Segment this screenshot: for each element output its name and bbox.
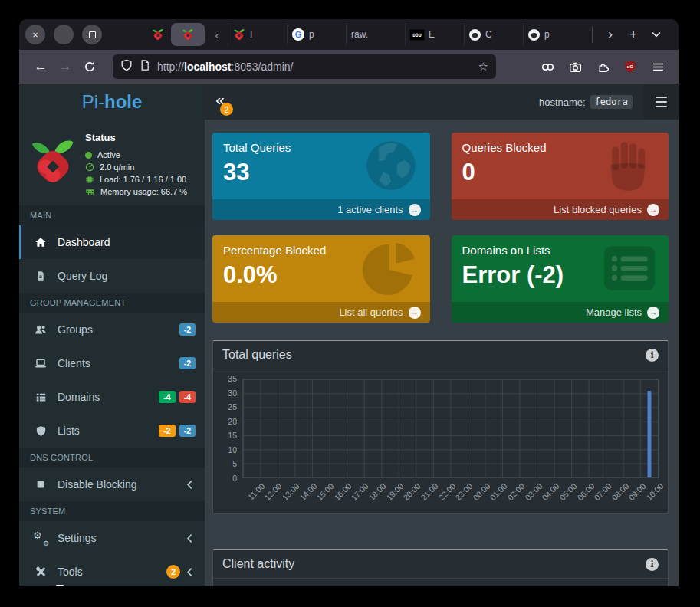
sidebar-item-lists[interactable]: Lists -2 -2 [19, 414, 205, 448]
card-footer-link[interactable]: 1 active clients → [212, 199, 430, 220]
info-icon[interactable]: i [646, 558, 659, 571]
x-tick-label: 15:00 [315, 481, 336, 502]
mask-icon[interactable] [536, 55, 559, 78]
card-value: 0 [462, 159, 659, 186]
close-button[interactable]: × [25, 25, 45, 44]
scroll-tabs-right-icon[interactable]: › [599, 24, 622, 45]
url-bar[interactable]: http://localhost:8053/admin/ ☆ [113, 54, 496, 79]
menu-hamburger-icon[interactable] [646, 55, 669, 78]
card-title: Total Queries [223, 141, 419, 154]
status-block: Status Active 2.0 q/min Load: 1.76 / 1.1… [19, 120, 205, 205]
pihole-logo[interactable]: Pi-hole [19, 84, 205, 120]
tab-item[interactable]: C [464, 23, 523, 46]
scroll-tabs-left-icon[interactable]: ‹ [206, 28, 228, 41]
app-header: « 2 hostname: fedora [205, 84, 679, 120]
x-axis-labels: 11:0012:0013:0014:0015:0016:0017:0018:00… [242, 478, 659, 513]
sidebar-item-tools[interactable]: Tools 2 [19, 555, 205, 586]
count-badge: -2 [159, 425, 175, 437]
tab-item[interactable]: DOU E [405, 23, 464, 46]
tab-strip: ‹ I G p raw. DOU E C p [146, 19, 679, 50]
update-notification-badge: 2 [220, 103, 233, 116]
card-footer-link[interactable]: List all queries → [212, 302, 430, 323]
status-title: Status [85, 132, 187, 143]
minimize-button[interactable] [54, 25, 74, 44]
y-axis-labels: 35302520151050 [219, 379, 242, 478]
browser-navbar: ← → http://localhost:8053/admin/ ☆ [19, 50, 679, 84]
tab-label: p [544, 29, 550, 40]
chevron-left-icon [184, 533, 196, 544]
card-domains-on-lists: Domains on Lists Error (-2) Manage lists… [452, 235, 669, 323]
card-title: Percentage Blocked [223, 244, 419, 257]
cpu-icon [85, 175, 94, 184]
tab-pinned-pihole[interactable] [146, 28, 169, 41]
status-active-icon [85, 152, 92, 159]
tracking-protection-icon[interactable] [120, 59, 133, 74]
card-footer-link[interactable]: Manage lists → [452, 302, 669, 323]
x-tick-label: 03:00 [523, 481, 544, 502]
card-footer-link[interactable]: List blocked queries → [452, 199, 669, 220]
extensions-puzzle-icon[interactable] [591, 55, 614, 78]
memory-icon [85, 187, 95, 196]
x-tick-label: 10:00 [644, 481, 665, 502]
back-button[interactable]: ← [28, 54, 53, 79]
count-badge: -4 [179, 391, 196, 403]
panel-title: Total queries [222, 348, 292, 362]
sidebar-item-dashboard[interactable]: Dashboard [19, 225, 205, 259]
query-bar [647, 391, 651, 477]
sidebar-item-settings[interactable]: ⚙⚙ Settings [19, 521, 205, 555]
main-area: « 2 hostname: fedora Total Queries 33 [205, 84, 679, 586]
status-row: Memory usage: 66.7 % [85, 185, 187, 198]
ublock-origin-icon[interactable] [619, 55, 642, 78]
sidebar-item-query-log[interactable]: Query Log [19, 259, 205, 293]
new-tab-button[interactable]: + [622, 24, 645, 45]
x-tick-label: 16:00 [332, 481, 353, 502]
x-tick-label: 12:00 [263, 481, 284, 502]
window-controls: × [19, 25, 102, 44]
sidebar-item-groups[interactable]: Groups -2 [19, 313, 205, 346]
sidebar-item-clients[interactable]: Clients -2 [19, 346, 205, 380]
dou-favicon-icon: DOU [410, 30, 424, 40]
tab-item[interactable]: I [228, 23, 287, 46]
update-count-badge: 2 [166, 565, 180, 579]
x-tick-label: 21:00 [419, 481, 439, 502]
maximize-button[interactable] [82, 25, 102, 44]
app-menu-hamburger-icon[interactable] [643, 84, 679, 120]
x-tick-label: 09:00 [627, 481, 648, 502]
google-favicon-icon: G [292, 28, 304, 41]
x-tick-label: 11:00 [246, 481, 267, 502]
x-tick-label: 19:00 [384, 481, 405, 502]
github-favicon-icon [528, 29, 540, 41]
summary-cards: Total Queries 33 1 active clients → Quer… [212, 133, 669, 323]
stop-icon [34, 479, 48, 490]
pihole-favicon-icon [233, 28, 245, 41]
forward-button[interactable]: → [53, 54, 77, 79]
screenshot-camera-icon[interactable] [564, 55, 587, 78]
tab-item[interactable]: G p [287, 23, 346, 46]
client-activity-chart: 4 [213, 579, 668, 586]
x-tick-label: 00:00 [471, 481, 491, 502]
info-icon[interactable]: i [646, 349, 659, 362]
tab-separator [592, 26, 593, 43]
total-queries-chart: 35302520151050 11:0012:0013:0014:0015:00… [213, 369, 668, 513]
site-info-icon[interactable] [139, 59, 151, 74]
card-total-queries: Total Queries 33 1 active clients → [212, 133, 430, 220]
bookmark-star-icon[interactable]: ☆ [478, 60, 488, 74]
card-value: 0.0% [223, 261, 419, 289]
tab-active-pihole[interactable] [171, 23, 205, 46]
sidebar-item-disable-blocking[interactable]: Disable Blocking [19, 468, 205, 501]
y-tick-label: 20 [228, 417, 237, 426]
sidebar-collapse-toggle[interactable]: « 2 [205, 84, 235, 120]
list-all-tabs-icon[interactable] [645, 24, 668, 45]
sidebar-item-domains[interactable]: Domains -4 -4 [19, 380, 205, 414]
arrow-circle-icon: → [647, 204, 659, 216]
tab-item[interactable]: p [523, 23, 582, 46]
status-row: Load: 1.76 / 1.16 / 1.00 [85, 173, 187, 185]
x-tick-label: 14:00 [297, 481, 318, 502]
reload-button[interactable] [77, 54, 102, 79]
tab-item[interactable]: raw. [346, 23, 405, 46]
x-tick-label: 18:00 [366, 481, 387, 502]
card-value: Error (-2) [462, 261, 659, 289]
shield-icon [34, 425, 48, 437]
x-tick-label: 20:00 [402, 481, 422, 502]
client-activity-panel: Client activity i 4 [212, 549, 669, 586]
